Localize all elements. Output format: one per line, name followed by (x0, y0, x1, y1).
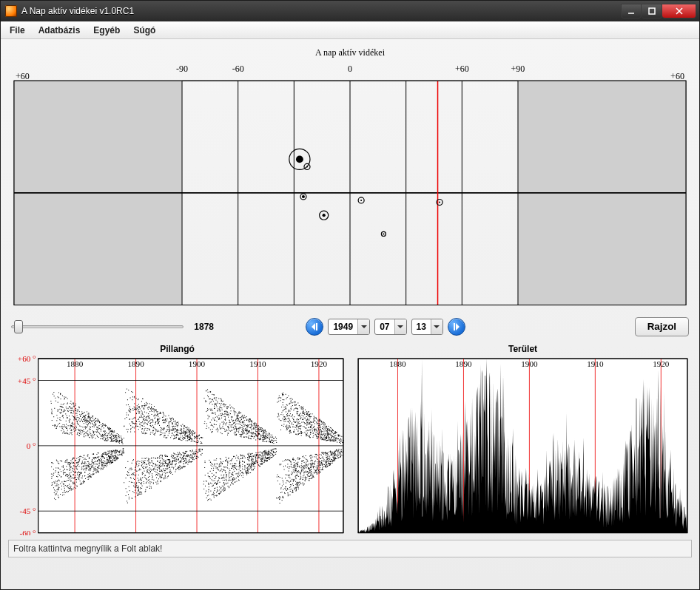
svg-rect-4273 (301, 470, 302, 471)
svg-rect-3876 (317, 438, 317, 438)
prev-button[interactable] (306, 318, 323, 336)
svg-rect-1988 (185, 438, 186, 438)
svg-rect-2311 (175, 435, 175, 435)
svg-rect-4424 (309, 423, 310, 424)
svg-rect-4611 (332, 452, 333, 452)
chevron-down-icon[interactable] (394, 319, 406, 334)
svg-rect-3454 (269, 450, 269, 450)
svg-rect-2626 (266, 435, 267, 436)
svg-rect-798 (111, 458, 112, 458)
svg-rect-3135 (218, 493, 219, 494)
svg-rect-3412 (274, 440, 275, 441)
slider-thumb[interactable] (14, 320, 23, 333)
svg-rect-2467 (183, 452, 184, 452)
svg-rect-4189 (292, 417, 293, 418)
svg-rect-3709 (232, 420, 232, 421)
maximize-button[interactable] (642, 4, 662, 18)
svg-rect-132 (55, 467, 56, 468)
svg-rect-4790 (326, 438, 327, 438)
svg-rect-3543 (232, 484, 233, 484)
svg-rect-1584 (129, 469, 129, 470)
svg-rect-438 (93, 458, 94, 458)
solar-map[interactable]: A nap aktív vidékei-90-600+60+90+60+60-6… (8, 44, 692, 311)
menu-db[interactable]: Adatbázis (33, 23, 87, 38)
year-select[interactable]: 1949 (328, 319, 370, 335)
chevron-down-icon[interactable] (357, 319, 369, 334)
svg-rect-1119 (99, 421, 100, 421)
svg-rect-2055 (156, 411, 157, 412)
svg-rect-4686 (303, 477, 303, 478)
svg-rect-752 (76, 467, 77, 468)
svg-rect-294 (53, 487, 54, 488)
svg-rect-122 (64, 487, 65, 488)
svg-rect-1064 (77, 486, 78, 486)
day-select[interactable]: 13 (411, 319, 443, 335)
svg-rect-4585 (327, 459, 328, 460)
svg-rect-3977 (295, 472, 295, 472)
svg-rect-960 (58, 424, 58, 424)
svg-rect-3628 (214, 465, 215, 466)
svg-rect-893 (113, 432, 114, 433)
svg-rect-4613 (286, 416, 287, 416)
svg-rect-1942 (149, 428, 149, 429)
next-button[interactable] (448, 318, 465, 336)
svg-rect-2907 (229, 468, 229, 469)
svg-rect-3176 (238, 475, 238, 475)
svg-rect-633 (120, 439, 121, 440)
svg-rect-4772 (309, 416, 310, 416)
svg-rect-4475 (316, 456, 317, 457)
svg-rect-3193 (240, 454, 241, 455)
close-button[interactable] (662, 4, 696, 18)
svg-rect-3674 (229, 430, 229, 431)
svg-rect-4700 (289, 461, 290, 461)
svg-rect-2865 (217, 416, 218, 416)
minimize-button[interactable] (621, 4, 642, 18)
svg-rect-3474 (213, 484, 214, 485)
svg-rect-3547 (239, 462, 240, 463)
svg-rect-3936 (292, 488, 292, 489)
svg-rect-1179 (75, 460, 76, 461)
svg-rect-2373 (129, 481, 129, 482)
svg-rect-3647 (249, 418, 249, 419)
svg-rect-4654 (285, 486, 286, 487)
svg-rect-4906 (300, 472, 301, 472)
svg-rect-2112 (189, 436, 189, 437)
month-select[interactable]: 07 (374, 319, 406, 335)
svg-rect-1868 (127, 502, 128, 503)
svg-rect-617 (97, 420, 98, 421)
svg-rect-830 (115, 439, 116, 440)
svg-rect-2359 (132, 418, 132, 419)
svg-rect-1131 (75, 477, 76, 478)
svg-rect-2118 (175, 457, 175, 458)
menu-file[interactable]: File (4, 23, 31, 38)
svg-rect-1654 (163, 469, 164, 470)
svg-rect-3054 (212, 485, 213, 486)
svg-rect-3145 (221, 475, 222, 475)
butterfly-chart[interactable]: Pillangó 18801890190019101920+60 °+45 °0… (8, 342, 346, 536)
svg-rect-4575 (309, 430, 310, 430)
svg-rect-4430 (297, 430, 298, 431)
svg-rect-2813 (218, 477, 219, 478)
svg-rect-312 (88, 461, 89, 461)
svg-rect-1769 (136, 482, 137, 483)
svg-rect-4825 (333, 461, 334, 461)
menu-help[interactable]: Súgó (127, 23, 161, 38)
svg-rect-2795 (213, 494, 214, 495)
svg-rect-2950 (237, 457, 238, 458)
svg-rect-1171 (53, 425, 53, 426)
svg-rect-2719 (235, 463, 236, 464)
svg-rect-456 (84, 472, 85, 472)
svg-rect-3167 (235, 424, 236, 425)
svg-rect-130 (73, 475, 74, 475)
chevron-down-icon[interactable] (431, 319, 442, 334)
svg-rect-4390 (286, 480, 287, 481)
svg-rect-1525 (164, 413, 164, 414)
time-slider[interactable]: 1878 (11, 319, 218, 335)
draw-button[interactable]: Rajzol (635, 317, 689, 336)
svg-rect-4560 (280, 488, 281, 489)
area-chart[interactable]: Terület 18801890190019101920 (354, 342, 692, 536)
slider-track[interactable] (11, 319, 184, 335)
svg-rect-4494 (337, 441, 337, 442)
svg-rect-4544 (295, 489, 295, 489)
menu-other[interactable]: Egyéb (87, 23, 126, 38)
